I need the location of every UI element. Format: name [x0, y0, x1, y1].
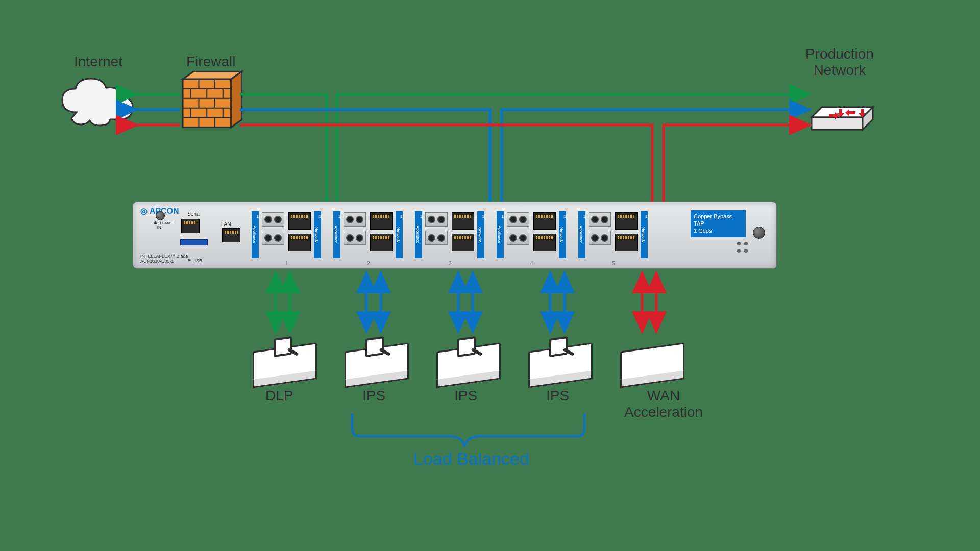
serial-port — [181, 219, 200, 233]
svg-rect-0 — [183, 79, 231, 128]
dlp-label: DLP — [265, 388, 293, 404]
portgroup-1 — [261, 211, 312, 254]
appliance-strip-1: 1Appliance2 — [252, 211, 259, 258]
status-led-1 — [744, 242, 748, 245]
lan-block: LAN — [221, 221, 241, 245]
sfp-port — [262, 212, 284, 227]
appliance-strip-4: 1Appliance2 — [497, 211, 504, 258]
screw-right-icon — [753, 227, 765, 239]
prodnet-switch-icon — [812, 107, 873, 130]
network-strip-3: 1Network2 — [477, 211, 484, 258]
load-balanced-label: Load Balanced — [413, 449, 529, 469]
rj45-port — [288, 212, 311, 230]
portgroup-4 — [506, 211, 557, 254]
svg-marker-18 — [183, 71, 242, 79]
status-led-3 — [737, 242, 741, 245]
portnum-4: 4 — [530, 261, 533, 266]
magnifier-icon — [549, 336, 568, 357]
mgmt-io: Serial — [180, 211, 208, 245]
appliance-strip-2: 1Appliance2 — [333, 211, 340, 258]
network-strip-4: 1Network2 — [559, 211, 566, 258]
magnifier-icon — [457, 336, 476, 357]
bt-ant-label: ✱ BT ANT IN — [154, 221, 173, 230]
portgroup-2 — [342, 211, 394, 254]
firewall-icon — [183, 71, 242, 127]
arrows-ips3 — [550, 276, 565, 332]
screw-left-icon — [156, 211, 165, 220]
lan-label: LAN — [221, 221, 241, 227]
portnum-2: 2 — [367, 261, 370, 266]
sfp-port — [262, 231, 284, 245]
ips3-label: IPS — [546, 388, 569, 404]
arrows-ips1 — [366, 276, 381, 332]
arrows-wan — [642, 276, 656, 332]
blade-model: INTELLAFLEX™ BladeACI-3030-C05-1 — [140, 254, 188, 264]
appliance-strip-3: 1Appliance2 — [415, 211, 422, 258]
tap-label: Copper Bypass TAP1 Gbps — [691, 210, 746, 237]
usb-label: ⚑ USB — [187, 258, 202, 263]
rj45-port — [288, 234, 311, 251]
serial-label: Serial — [180, 211, 208, 217]
wan-label: WANAcceleration — [612, 388, 715, 420]
intellaflex-blade: ◎ APCON INTELLAFLEX™ BladeACI-3030-C05-1… — [133, 202, 777, 269]
arrows-ips2 — [458, 276, 473, 332]
arrows-dlp — [276, 276, 290, 332]
ips2-label: IPS — [454, 388, 477, 404]
lan-port — [222, 228, 240, 242]
network-strip-2: 1Network2 — [396, 211, 403, 258]
portnum-5: 5 — [612, 261, 615, 266]
status-led-2 — [744, 249, 748, 253]
portgroup-3 — [424, 211, 475, 254]
portgroup-5 — [587, 211, 639, 254]
portnum-1: 1 — [285, 261, 288, 266]
network-strip-5: 1Network2 — [641, 211, 648, 258]
usb-port — [180, 239, 208, 245]
magnifier-icon — [274, 336, 292, 357]
network-strip-1: 1Network2 — [314, 211, 321, 258]
svg-marker-20 — [812, 117, 863, 130]
cloud-icon — [62, 79, 133, 126]
svg-marker-17 — [231, 71, 242, 127]
magnifier-icon — [365, 336, 384, 357]
appliance-strip-5: 1Appliance2 — [578, 211, 585, 258]
portnum-3: 3 — [449, 261, 452, 266]
load-balanced-bracket — [352, 413, 584, 446]
status-led-4 — [737, 249, 741, 253]
ips1-label: IPS — [362, 388, 385, 404]
